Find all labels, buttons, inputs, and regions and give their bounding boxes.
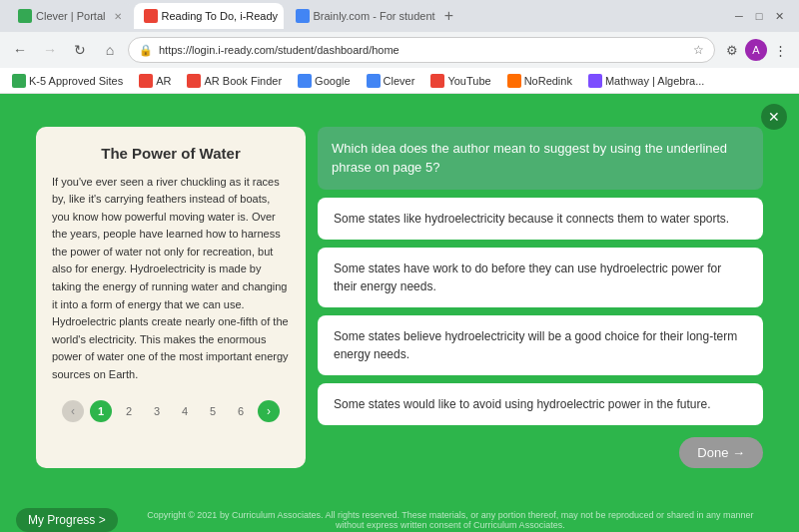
answer-option-4[interactable]: Some states would like to avoid using hy… bbox=[318, 383, 763, 425]
new-tab-button[interactable]: + bbox=[437, 4, 461, 28]
tab-2-icon bbox=[144, 9, 158, 23]
back-button[interactable]: ← bbox=[8, 38, 32, 62]
done-area: Done → bbox=[318, 433, 763, 468]
address-bar-icons: ☆ bbox=[693, 43, 704, 57]
bookmark-arfinder[interactable]: AR Book Finder bbox=[183, 74, 286, 88]
star-icon[interactable]: ☆ bbox=[693, 43, 704, 57]
answer-option-3[interactable]: Some states believe hydroelectricity wil… bbox=[318, 315, 763, 375]
bookmarks-bar: K-5 Approved Sites AR AR Book Finder Goo… bbox=[0, 68, 799, 94]
bookmark-google-icon bbox=[298, 74, 312, 88]
bookmark-mathway[interactable]: Mathway | Algebra... bbox=[584, 74, 708, 88]
page-4-button[interactable]: 4 bbox=[174, 400, 196, 422]
home-button[interactable]: ⌂ bbox=[98, 38, 122, 62]
page-3-button[interactable]: 3 bbox=[146, 400, 168, 422]
tab-3[interactable]: Brainly.com - For students. By st... ✕ bbox=[286, 3, 435, 29]
my-progress-button[interactable]: My Progress > bbox=[16, 508, 118, 532]
bookmark-arfinder-label: AR Book Finder bbox=[204, 75, 282, 87]
tab-3-icon bbox=[296, 9, 310, 23]
menu-icon[interactable]: ⋮ bbox=[769, 39, 791, 61]
bookmark-clever-label: Clever bbox=[384, 75, 415, 87]
bookmark-k5-label: K-5 Approved Sites bbox=[29, 75, 123, 87]
toolbar-icons: ⚙ A ⋮ bbox=[721, 39, 791, 61]
question-panel: Which idea does the author mean to sugge… bbox=[318, 127, 763, 468]
answer-option-1[interactable]: Some states like hydroelectricity becaus… bbox=[318, 198, 763, 240]
tab-1-label: Clever | Portal bbox=[36, 10, 106, 22]
prev-page-button[interactable]: ‹ bbox=[62, 400, 84, 422]
lock-icon: 🔒 bbox=[139, 44, 153, 57]
pagination: ‹ 1 2 3 4 5 6 › bbox=[52, 400, 290, 422]
refresh-button[interactable]: ↻ bbox=[68, 38, 92, 62]
answer-option-2[interactable]: Some states have work to do before they … bbox=[318, 248, 763, 307]
bookmark-youtube-label: YouTube bbox=[447, 75, 490, 87]
tab-1[interactable]: Clever | Portal ✕ bbox=[8, 3, 132, 29]
address-bar[interactable]: 🔒 https://login.i-ready.com/student/dash… bbox=[128, 37, 715, 63]
question-text: Which idea does the author mean to sugge… bbox=[318, 127, 763, 190]
bookmark-ar-icon bbox=[139, 74, 153, 88]
bookmark-arfinder-icon bbox=[187, 74, 201, 88]
tab-1-close[interactable]: ✕ bbox=[114, 11, 122, 22]
bookmark-youtube[interactable]: YouTube bbox=[426, 74, 494, 88]
reading-panel: The Power of Water If you've ever seen a… bbox=[36, 127, 306, 468]
tab-3-label: Brainly.com - For students. By st... bbox=[314, 10, 435, 22]
reading-text: If you've ever seen a river chuckling as… bbox=[52, 174, 290, 384]
bookmark-mathway-label: Mathway | Algebra... bbox=[605, 75, 704, 87]
browser-chrome: Clever | Portal ✕ Reading To Do, i-Ready… bbox=[0, 0, 799, 94]
tab-2[interactable]: Reading To Do, i-Ready ✕ bbox=[134, 3, 284, 29]
bookmark-clever-icon bbox=[367, 74, 381, 88]
page-6-button[interactable]: 6 bbox=[230, 400, 252, 422]
bookmark-noredink-icon bbox=[507, 74, 521, 88]
bottom-bar: My Progress > Copyright © 2021 by Curric… bbox=[0, 500, 799, 532]
bookmark-google[interactable]: Google bbox=[294, 74, 354, 88]
copyright-text: Copyright © 2021 by Curriculum Associate… bbox=[118, 510, 783, 530]
bookmark-k5-icon bbox=[12, 74, 26, 88]
bookmark-google-label: Google bbox=[315, 75, 350, 87]
tab-2-label: Reading To Do, i-Ready bbox=[162, 10, 279, 22]
done-button[interactable]: Done → bbox=[679, 437, 763, 468]
tab-bar: Clever | Portal ✕ Reading To Do, i-Ready… bbox=[0, 0, 799, 32]
next-page-button[interactable]: › bbox=[258, 400, 280, 422]
profile-icon[interactable]: A bbox=[745, 39, 767, 61]
page-content: ✕ The Power of Water If you've ever seen… bbox=[0, 94, 799, 500]
extensions-icon[interactable]: ⚙ bbox=[721, 39, 743, 61]
bookmark-ar-label: AR bbox=[156, 75, 171, 87]
page-2-button[interactable]: 2 bbox=[118, 400, 140, 422]
bookmark-ar[interactable]: AR bbox=[135, 74, 175, 88]
maximize-button[interactable]: □ bbox=[751, 8, 767, 24]
address-text: https://login.i-ready.com/student/dashbo… bbox=[159, 44, 687, 56]
bookmark-noredink[interactable]: NoRedink bbox=[503, 74, 576, 88]
tab-1-icon bbox=[18, 9, 32, 23]
bookmark-mathway-icon bbox=[588, 74, 602, 88]
modal-close-button[interactable]: ✕ bbox=[761, 104, 787, 130]
main-card: The Power of Water If you've ever seen a… bbox=[20, 111, 779, 484]
bookmark-noredink-label: NoRedink bbox=[524, 75, 572, 87]
page-5-button[interactable]: 5 bbox=[202, 400, 224, 422]
bookmark-k5[interactable]: K-5 Approved Sites bbox=[8, 74, 127, 88]
bookmark-youtube-icon bbox=[430, 74, 444, 88]
minimize-button[interactable]: ─ bbox=[731, 8, 747, 24]
forward-button[interactable]: → bbox=[38, 38, 62, 62]
window-close-button[interactable]: ✕ bbox=[771, 8, 787, 24]
bookmark-clever[interactable]: Clever bbox=[363, 74, 419, 88]
address-bar-row: ← → ↻ ⌂ 🔒 https://login.i-ready.com/stud… bbox=[0, 32, 799, 68]
page-1-button[interactable]: 1 bbox=[90, 400, 112, 422]
reading-title: The Power of Water bbox=[52, 145, 290, 162]
